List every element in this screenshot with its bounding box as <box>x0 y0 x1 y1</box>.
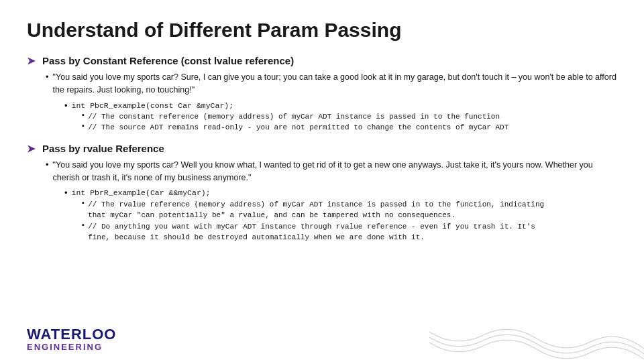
section1-bullet2: • int PbcR_example(const Car &myCar); ▪ … <box>64 100 617 133</box>
section1-sub2: ▪ // The source ADT remains read-only - … <box>81 122 509 133</box>
bullet-dot-3: • <box>46 160 49 170</box>
arrow-icon-1: ➤ <box>27 55 36 67</box>
section-2: ➤ Pass by rvalue Reference • "You said y… <box>27 143 617 243</box>
logo-waterloo: WATERLOO <box>27 327 116 342</box>
arrow-icon-2: ➤ <box>27 143 36 155</box>
section2-bullet2: • int PbrR_example(Car &&myCar); ▪ // Th… <box>64 187 617 243</box>
logo-engineering: ENGINEERING <box>27 342 103 352</box>
section2-code-main: int PbrR_example(Car &&myCar); <box>72 187 545 198</box>
section1-code-block: • int PbcR_example(const Car &myCar); ▪ … <box>46 100 617 133</box>
bullet-dot-2: • <box>64 101 68 111</box>
section2-sub1: ▪ // The rvalue reference (memory addres… <box>81 199 545 210</box>
section2-sub2: ▪ // Do anything you want with myCar ADT… <box>81 221 545 233</box>
section-1-heading: ➤ Pass by Constant Reference (const lval… <box>27 55 617 67</box>
section2-sub1b: ▪ that myCar "can potentially be" a rval… <box>81 210 545 221</box>
logo-area: WATERLOO ENGINEERING <box>27 327 116 352</box>
slide: Understand of Different Param Passing ➤ … <box>0 0 644 362</box>
section-1: ➤ Pass by Constant Reference (const lval… <box>27 55 617 133</box>
section1-bullet1: • "You said you love my sports car? Sure… <box>46 71 617 97</box>
section-2-heading: ➤ Pass by rvalue Reference <box>27 143 617 155</box>
section2-sub2b: ▪ fine, because it should be destroyed a… <box>81 232 545 243</box>
section2-bullet1: • "You said you love my sports car? Well… <box>46 159 617 184</box>
wave-decoration <box>429 308 644 362</box>
bullet-dot-1: • <box>46 72 49 82</box>
section2-code-block: • int PbrR_example(Car &&myCar); ▪ // Th… <box>46 187 617 243</box>
bullet-dot-4: • <box>64 188 68 198</box>
section1-code-main: int PbcR_example(const Car &myCar); <box>72 100 509 111</box>
slide-title: Understand of Different Param Passing <box>27 19 617 42</box>
section1-sub1: ▪ // The constant reference (memory addr… <box>81 111 509 123</box>
